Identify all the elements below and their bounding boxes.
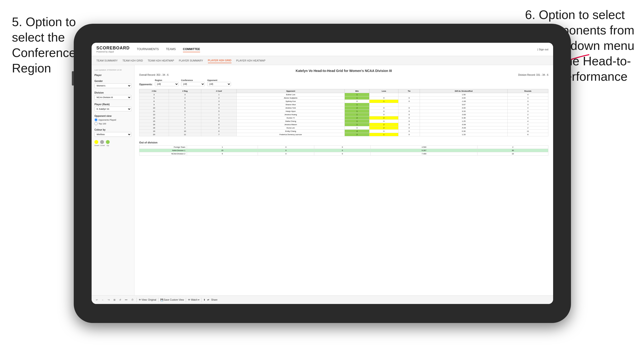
refresh-btn[interactable]: ↺ — [118, 298, 122, 302]
subnav-player-h2h-grid[interactable]: PLAYER H2H GRID — [208, 58, 232, 63]
back-btn[interactable]: ← — [101, 298, 105, 302]
opponent-view-label: Opponent view — [94, 115, 131, 117]
col-reg: # Reg — [169, 89, 201, 93]
grid-btn[interactable]: ⊞ — [112, 298, 116, 302]
nav-teams[interactable]: TEAMS — [166, 46, 176, 52]
sidebar-division-section: Division NCAA Division III — [94, 91, 131, 100]
circle-yellow — [94, 140, 98, 144]
gender-label: Gender — [94, 80, 131, 82]
col-opponent: Opponent — [237, 89, 345, 93]
colour-labels: Down Level Up — [94, 144, 131, 147]
opponent-select[interactable]: (All) — [207, 82, 231, 86]
main-content: Last Updated: 27/03/2024 14:34 Player Ge… — [92, 65, 553, 295]
watch-btn[interactable]: 👁 Watch ▾ — [188, 299, 200, 301]
nav-right: | Sign out — [538, 48, 548, 51]
player-label: Player — [94, 74, 131, 76]
h2h-table: # Div # Reg # Conf Opponent Win Loss Tie… — [139, 89, 548, 136]
table-row: 522Alexis Sudjianto1004.003 — [140, 96, 548, 100]
table-row: 914Sharon Mun13.673 — [140, 103, 548, 106]
opponent-label: Opponent — [207, 79, 231, 81]
division-select[interactable]: NCAA Division III — [94, 95, 131, 100]
nav-tournaments[interactable]: TOURNAMENTS — [137, 46, 159, 52]
bottom-toolbar: ↩ ← ↪ ⊞ ↺ ••• ⏱ 👁 View: Original 💾 Save … — [92, 295, 553, 304]
logo-text: SCOREBOARD — [96, 46, 130, 51]
nav-bar: SCOREBOARD Powered by clippd TOURNAMENTS… — [92, 43, 553, 56]
table-row: 1311Jessica Huang100-3.002 — [140, 113, 548, 116]
record-row: Overall Record: 353 - 34 - 6 Division Re… — [139, 74, 548, 76]
table-row: 1585Stella Cheng1001.254 — [140, 120, 548, 123]
undo-btn[interactable]: ↩ — [95, 298, 99, 302]
sidebar-opponent-view-section: Opponent view Opponents Played Top 100 — [94, 115, 131, 125]
radio-top100[interactable]: Top 100 — [94, 122, 131, 125]
view-original-btn[interactable]: 👁 View: Original — [139, 299, 156, 301]
sidebar-colour-section: Colour by Win/loss — [94, 129, 131, 137]
out-table-row: Foreign Team1004.5002 — [140, 146, 548, 149]
col-diff: Diff Av Strokes/Rnd — [420, 89, 508, 93]
opponent-filter: Opponent (All) — [207, 79, 231, 86]
page-title: Katelyn Vo Head-to-Head Grid for Women's… — [139, 69, 548, 73]
table-row: 19106Emily Chang4000.3011 — [140, 130, 548, 133]
conference-select[interactable]: (All) — [181, 82, 205, 86]
dots-btn[interactable]: ••• — [124, 298, 128, 302]
table-row: 1474Eunice Yi2200.389 — [140, 116, 548, 120]
logo-sub: Powered by clippd — [96, 51, 130, 53]
content-area: Katelyn Vo Head-to-Head Grid for Women's… — [134, 65, 553, 295]
region-label: Region — [155, 79, 179, 81]
subnav-player-summary[interactable]: PLAYER SUMMARY — [179, 58, 203, 63]
table-row: 331Esther Lee11.504 — [140, 93, 548, 96]
col-rounds: Rounds — [508, 89, 548, 93]
table-row: 20117Federica Domecq Lacroze2101.336 — [140, 133, 548, 136]
divider-1 — [136, 298, 137, 302]
out-of-division-title: Out of division — [139, 141, 548, 144]
colour-by-select[interactable]: Win/loss — [94, 132, 131, 137]
logo-area: SCOREBOARD Powered by clippd — [96, 46, 130, 53]
gender-select[interactable]: Women's — [94, 83, 131, 88]
sidebar-gender-section: Gender Women's — [94, 80, 131, 88]
redo-btn[interactable]: ↪ — [107, 298, 110, 302]
share-btn[interactable]: Share — [211, 299, 218, 301]
sign-out-link[interactable]: | Sign out — [538, 48, 548, 51]
label-down: Down — [94, 144, 98, 147]
conference-filter: Conference (All) — [181, 79, 205, 86]
label-level: Level — [100, 144, 104, 147]
export-btn[interactable]: ⬆ — [204, 299, 205, 301]
subnav-team-h2h-heatmap[interactable]: TEAM H2H HEATMAP — [148, 58, 174, 63]
tablet-side-button — [72, 71, 74, 85]
tablet-device: SCOREBOARD Powered by clippd TOURNAMENTS… — [74, 24, 571, 323]
circle-gray — [100, 140, 104, 144]
label-up: Up — [106, 144, 110, 147]
out-table-row: NCAA Division 25007.40010 — [140, 152, 548, 156]
col-win: Win — [345, 89, 370, 93]
subnav-player-h2h-heatmap[interactable]: PLAYER H2H HEATMAP — [236, 58, 266, 63]
opponents-label: Opponents: — [139, 83, 152, 86]
col-conf: # Conf — [201, 89, 237, 93]
subnav-team-summary[interactable]: TEAM SUMMARY — [96, 58, 118, 63]
overall-record: Overall Record: 353 - 34 - 6 — [139, 74, 168, 76]
player-rank-select[interactable]: 8. Katelyn Vo — [94, 107, 131, 111]
tablet-screen: SCOREBOARD Powered by clippd TOURNAMENTS… — [92, 43, 553, 304]
share-arrows-btn[interactable]: ⇄ — [207, 299, 209, 301]
nav-committee[interactable]: COMMITTEE — [183, 46, 200, 52]
nav-items: TOURNAMENTS TEAMS COMMITTEE — [137, 46, 538, 52]
col-div: # Div — [140, 89, 169, 93]
col-loss: Loss — [370, 89, 398, 93]
table-row: 633Sydney Kuo010-1.003 — [140, 100, 548, 103]
divider-2 — [158, 298, 158, 302]
region-filter: Region (All) — [155, 79, 179, 86]
colour-circles — [94, 140, 131, 144]
region-select[interactable]: (All) — [155, 82, 179, 86]
subnav-team-h2h-grid[interactable]: TEAM H2H GRID — [122, 58, 143, 63]
last-updated: Last Updated: 27/03/2024 14:34 — [94, 69, 131, 71]
out-of-division-table: Foreign Team1004.5002NAIA Division 11500… — [139, 145, 548, 156]
sub-nav: TEAM SUMMARY TEAM H2H GRID TEAM H2H HEAT… — [92, 56, 553, 65]
radio-opponents-played[interactable]: Opponents Played — [94, 118, 131, 121]
player-rank-label: Player (Rank) — [94, 103, 131, 106]
table-row: 1063Andrea York2004.004 — [140, 106, 548, 110]
save-custom-view-btn[interactable]: 💾 Save Custom View — [160, 299, 184, 301]
clock-btn[interactable]: ⏱ — [130, 298, 135, 302]
circle-green — [106, 140, 110, 144]
sidebar: Last Updated: 27/03/2024 14:34 Player Ge… — [92, 65, 134, 295]
conference-label: Conference — [181, 79, 205, 81]
table-row: 1125Heejo Hyun1003.333 — [140, 110, 548, 113]
colour-by-label: Colour by — [94, 129, 131, 131]
